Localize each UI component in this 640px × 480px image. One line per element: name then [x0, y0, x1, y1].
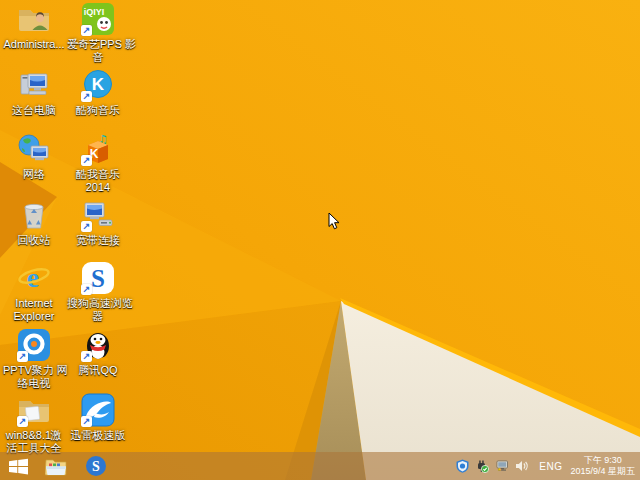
internet-explorer-icon: e [17, 261, 51, 295]
desktop-icon-xunlei[interactable]: ↗ 迅雷极速版 [67, 393, 129, 442]
taskbar-clock[interactable]: 下午 9:30 2015/9/4 星期五 [570, 455, 635, 477]
speaker-volume-icon[interactable] [515, 459, 529, 473]
desktop-icon-sogou[interactable]: S ↗ 搜狗高速浏览器 [67, 261, 129, 323]
icon-label: 搜狗高速浏览器 [67, 297, 129, 323]
desktop-icon-pptv[interactable]: ↗ PPTV聚力 网络电视 [3, 328, 65, 390]
icon-label: Administra... [3, 38, 65, 51]
icon-label: 爱奇艺PPS 影音 [67, 38, 129, 64]
icon-label: PPTV聚力 网络电视 [3, 364, 65, 390]
icon-label: 回收站 [3, 234, 65, 247]
windows-logo-icon [9, 458, 28, 475]
desktop-icon-broadband[interactable]: ↗ 宽带连接 [67, 198, 129, 247]
mouse-cursor [328, 212, 340, 230]
system-tray: * ENG 下午 9:30 2015/9/4 星期五 [452, 452, 640, 480]
svg-text:S: S [91, 265, 105, 292]
svg-text:iQIYI: iQIYI [84, 7, 105, 17]
shortcut-arrow-icon: ↗ [81, 221, 92, 232]
desktop-icon-kuwo[interactable]: ♫ K ↗ 酷我音乐2014 [67, 132, 129, 194]
network-globe-icon [17, 132, 51, 166]
taskbar: S [0, 452, 640, 480]
icon-label: 宽带连接 [67, 234, 129, 247]
file-explorer-icon [45, 457, 67, 476]
svg-text:e: e [27, 262, 39, 293]
desktop-icon-win8-tools[interactable]: ↗ win8&8.1激活工具大全 [3, 393, 65, 455]
icon-label: 网络 [3, 168, 65, 181]
clock-date: 2015/9/4 星期五 [570, 466, 635, 477]
language-indicator[interactable]: ENG [539, 461, 562, 472]
sogou-browser-icon: S ↗ [81, 261, 115, 295]
desktop-screen: Administra... iQIYI ↗ 爱奇艺PPS 影音 [0, 0, 640, 480]
desktop-icon-kugou[interactable]: K ↗ 酷狗音乐 [67, 68, 129, 117]
sogou-browser-icon: S [85, 455, 107, 477]
folder-icon: ↗ [17, 393, 51, 427]
user-folder-icon [17, 2, 51, 36]
desktop-icon-this-pc[interactable]: 这台电脑 [3, 68, 65, 117]
shortcut-arrow-icon: ↗ [81, 91, 92, 102]
desktop-icon-administrator[interactable]: Administra... [3, 2, 65, 51]
file-explorer-button[interactable] [36, 452, 76, 480]
icon-label: 腾讯QQ [67, 364, 129, 377]
xunlei-bird-icon: ↗ [81, 393, 115, 427]
shortcut-arrow-icon: ↗ [81, 351, 92, 362]
desktop-icon-iqiyi[interactable]: iQIYI ↗ 爱奇艺PPS 影音 [67, 2, 129, 64]
icon-label: InternetExplorer [3, 297, 65, 323]
desktop-icon-qq[interactable]: ↗ 腾讯QQ [67, 328, 129, 377]
kugou-icon: K ↗ [81, 68, 115, 102]
shortcut-arrow-icon: ↗ [81, 155, 92, 166]
desktop-icon-ie[interactable]: e InternetExplorer [3, 261, 65, 323]
clock-time: 下午 9:30 [570, 455, 635, 466]
recycle-bin-icon [17, 198, 51, 232]
security-shield-icon[interactable] [455, 459, 469, 473]
iqiyi-icon: iQIYI ↗ [81, 2, 115, 36]
sogou-browser-taskbar-button[interactable]: S [76, 452, 116, 480]
icon-label: 迅雷极速版 [67, 429, 129, 442]
svg-text:S: S [92, 459, 100, 474]
icon-label: 酷狗音乐 [67, 104, 129, 117]
icon-label: 酷我音乐2014 [67, 168, 129, 194]
pptv-icon: ↗ [17, 328, 51, 362]
kuwo-icon: ♫ K ↗ [81, 132, 115, 166]
shortcut-arrow-icon: ↗ [81, 284, 92, 295]
icon-label: 这台电脑 [3, 104, 65, 117]
desktop-icon-network[interactable]: 网络 [3, 132, 65, 181]
network-status-icon[interactable]: * [495, 459, 509, 473]
svg-text:K: K [92, 75, 105, 94]
shortcut-arrow-icon: ↗ [81, 416, 92, 427]
shortcut-arrow-icon: ↗ [81, 25, 92, 36]
qq-penguin-icon: ↗ [81, 328, 115, 362]
broadband-connection-icon: ↗ [81, 198, 115, 232]
shortcut-arrow-icon: ↗ [17, 416, 28, 427]
start-button[interactable] [0, 452, 36, 480]
shortcut-arrow-icon: ↗ [17, 351, 28, 362]
power-plug-status-icon[interactable] [475, 459, 489, 473]
desktop-icon-recycle-bin[interactable]: 回收站 [3, 198, 65, 247]
computer-icon [17, 68, 51, 102]
